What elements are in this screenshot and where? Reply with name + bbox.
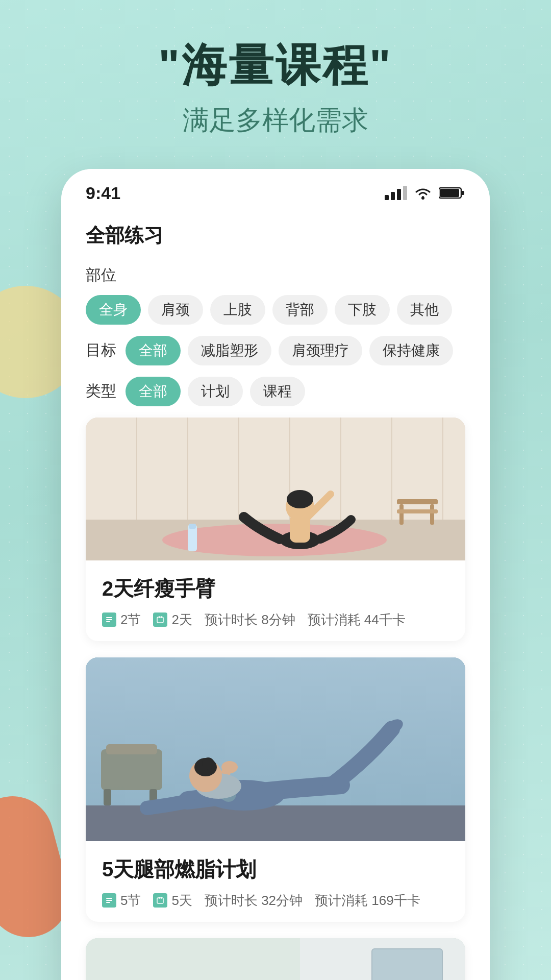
svg-rect-2 xyxy=(397,189,401,200)
chip-jiankang[interactable]: 保持健康 xyxy=(369,336,453,365)
svg-rect-30 xyxy=(106,619,112,620)
course-image-3 xyxy=(86,938,465,980)
svg-rect-27 xyxy=(430,504,434,525)
svg-rect-39 xyxy=(101,749,162,790)
svg-rect-20 xyxy=(189,524,196,529)
course-image-1 xyxy=(86,418,465,560)
page-content: "海量课程" 满足多样化需求 9:41 xyxy=(0,0,551,980)
svg-rect-29 xyxy=(106,617,112,618)
svg-rect-26 xyxy=(399,504,404,525)
filter-chips-body-part: 全身 肩颈 上肢 背部 下肢 其他 xyxy=(86,295,452,325)
meta-sections-1: 2节 xyxy=(102,611,141,629)
course-info-2: 5天腿部燃脂计划 5节 xyxy=(86,841,465,922)
sections-icon-1 xyxy=(102,612,116,627)
svg-rect-0 xyxy=(385,195,389,200)
svg-point-24 xyxy=(287,490,313,508)
svg-point-4 xyxy=(421,197,424,200)
svg-rect-54 xyxy=(159,897,160,899)
chip-jihua[interactable]: 计划 xyxy=(188,377,243,406)
meta-days-1: 2天 xyxy=(153,611,192,629)
battery-icon xyxy=(439,186,465,200)
svg-rect-51 xyxy=(106,900,112,901)
filter-row-type: 类型 全部 计划 课程 xyxy=(86,377,465,406)
status-bar: 9:41 xyxy=(61,169,490,207)
hero-subtitle: 满足多样化需求 xyxy=(183,103,368,138)
svg-rect-50 xyxy=(106,898,112,899)
svg-rect-41 xyxy=(104,789,111,805)
status-time: 9:41 xyxy=(86,183,120,203)
duration-1: 预计时长 8分钟 xyxy=(205,611,295,629)
svg-rect-6 xyxy=(440,189,459,197)
filter-row-goal: 目标 全部 减脂塑形 肩颈理疗 保持健康 xyxy=(86,336,465,365)
chip-shangzhi[interactable]: 上肢 xyxy=(210,295,265,325)
sections-icon-2 xyxy=(102,893,116,908)
wifi-icon xyxy=(413,186,433,200)
svg-rect-40 xyxy=(106,744,157,754)
course-image-2 xyxy=(86,657,465,841)
svg-rect-31 xyxy=(106,621,110,622)
course-title-2: 5天腿部燃脂计划 xyxy=(102,855,449,884)
svg-rect-53 xyxy=(157,898,163,903)
phone-frame: 9:41 xyxy=(61,169,490,980)
chip-jianjing[interactable]: 肩颈 xyxy=(148,295,203,325)
filter-label-body-part: 部位 xyxy=(86,265,116,286)
svg-rect-34 xyxy=(161,616,162,618)
filter-row-body-part: 部位 全身 肩颈 上肢 背部 下肢 其他 xyxy=(86,265,465,325)
course-list: 2天纤瘦手臂 2节 xyxy=(86,418,465,980)
hero-title: "海量课程" xyxy=(158,41,392,90)
course-card-2[interactable]: 5天腿部燃脂计划 5节 xyxy=(86,657,465,922)
calories-1: 预计消耗 44千卡 xyxy=(308,611,406,629)
filter-label-type: 类型 xyxy=(86,381,116,402)
course-meta-1: 2节 2天 预计时长 8分钟 预计消耗 44千卡 xyxy=(102,611,449,629)
svg-rect-7 xyxy=(461,191,464,195)
chip-type-quanbu[interactable]: 全部 xyxy=(126,377,181,406)
chip-jianjingliiao[interactable]: 肩颈理疗 xyxy=(279,336,362,365)
course-title-1: 2天纤瘦手臂 xyxy=(102,575,449,603)
course-card-3[interactable] xyxy=(86,938,465,980)
course-info-1: 2天纤瘦手臂 2节 xyxy=(86,560,465,641)
chip-quanbu[interactable]: 全部 xyxy=(126,336,181,365)
svg-point-44 xyxy=(221,761,238,773)
svg-rect-61 xyxy=(372,949,442,980)
page-title: 全部练习 xyxy=(86,223,465,249)
signal-icon xyxy=(385,186,407,200)
svg-rect-25 xyxy=(397,499,438,504)
chip-xiazhi[interactable]: 下肢 xyxy=(335,295,390,325)
svg-rect-28 xyxy=(397,509,438,513)
svg-point-48 xyxy=(202,757,214,770)
chip-qita[interactable]: 其他 xyxy=(397,295,452,325)
sections-text-1: 2节 xyxy=(120,611,141,629)
filter-chips-goal: 全部 减脂塑形 肩颈理疗 保持健康 xyxy=(126,336,453,365)
course-meta-2: 5节 5天 预计时长 32分钟 预计消耗 169千卡 xyxy=(102,892,449,910)
meta-days-2: 5天 xyxy=(153,892,192,910)
days-icon-1 xyxy=(153,612,167,627)
svg-rect-1 xyxy=(391,192,395,200)
sections-text-2: 5节 xyxy=(120,892,141,910)
filter-label-goal: 目标 xyxy=(86,340,116,361)
days-text-2: 5天 xyxy=(171,892,192,910)
calories-2: 预计消耗 169千卡 xyxy=(315,892,420,910)
svg-rect-3 xyxy=(403,186,407,200)
duration-2: 预计时长 32分钟 xyxy=(205,892,303,910)
svg-rect-32 xyxy=(157,617,163,623)
status-icons xyxy=(385,186,465,200)
filter-chips-type: 全部 计划 课程 xyxy=(126,377,305,406)
chip-beibu[interactable]: 背部 xyxy=(272,295,328,325)
app-body: 全部练习 部位 全身 肩颈 上肢 背部 下肢 其他 目标 全部 减脂塑形 xyxy=(61,207,490,980)
chip-jianzhi[interactable]: 减脂塑形 xyxy=(188,336,271,365)
course-card-1[interactable]: 2天纤瘦手臂 2节 xyxy=(86,418,465,641)
svg-rect-33 xyxy=(159,616,160,618)
chip-quanshen[interactable]: 全身 xyxy=(86,295,141,325)
chip-kecheng[interactable]: 课程 xyxy=(250,377,305,406)
days-icon-2 xyxy=(153,893,167,908)
days-text-1: 2天 xyxy=(171,611,192,629)
svg-rect-52 xyxy=(106,902,110,903)
meta-sections-2: 5节 xyxy=(102,892,141,910)
svg-rect-55 xyxy=(161,897,162,899)
